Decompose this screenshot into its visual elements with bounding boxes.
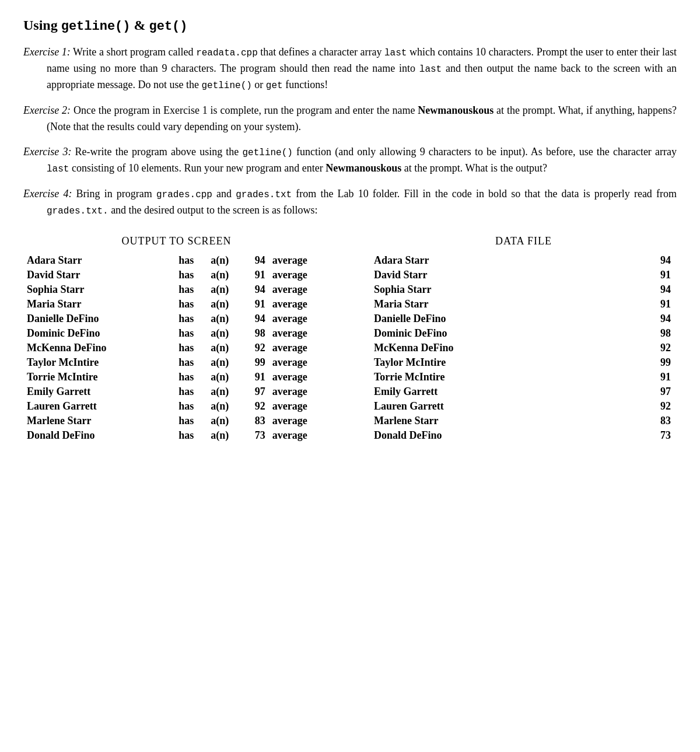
output-name: Maria Starr xyxy=(23,297,175,312)
title-code1: getline() xyxy=(61,19,131,34)
output-grade: 91 xyxy=(243,370,268,384)
datafile-table-row: Torrie McIntire 91 xyxy=(370,370,677,384)
output-grade: 91 xyxy=(243,268,268,282)
output-table-row: Danielle DeFino has a(n) 94 average xyxy=(23,312,330,326)
output-name: Danielle DeFino xyxy=(23,312,175,326)
ex4-code3: grades.txt. xyxy=(47,206,108,216)
output-name: Taylor McIntire xyxy=(23,355,175,370)
output-name: Dominic DeFino xyxy=(23,326,175,341)
output-table-row: Sophia Starr has a(n) 94 average xyxy=(23,282,330,297)
datafile-name: Adara Starr xyxy=(370,253,632,268)
output-has: has xyxy=(175,384,207,399)
output-table-row: Torrie McIntire has a(n) 91 average xyxy=(23,370,330,384)
datafile-name: Torrie McIntire xyxy=(370,370,632,384)
ex3-code1: getline() xyxy=(242,148,292,158)
datafile-table-row: Sophia Starr 94 xyxy=(370,282,677,297)
datafile-grade: 92 xyxy=(632,341,677,355)
output-table-row: Lauren Garrett has a(n) 92 average xyxy=(23,399,330,414)
data-file-section: DATA FILE Adara Starr 94 David Starr 91 … xyxy=(359,235,677,443)
output-grade: 83 xyxy=(243,414,268,428)
datafile-name: Taylor McIntire xyxy=(370,355,632,370)
datafile-name: Danielle DeFino xyxy=(370,312,632,326)
datafile-name: Dominic DeFino xyxy=(370,326,632,341)
output-has: has xyxy=(175,341,207,355)
datafile-table-row: McKenna DeFino 92 xyxy=(370,341,677,355)
output-an: a(n) xyxy=(207,312,243,326)
output-name: Donald DeFino xyxy=(23,428,175,443)
output-has: has xyxy=(175,355,207,370)
output-an: a(n) xyxy=(207,326,243,341)
ex3-code2: last xyxy=(47,164,69,174)
ex1-code5: get xyxy=(266,81,283,91)
exercise-2: Exercise 2: Once the program in Exercise… xyxy=(23,103,677,135)
datafile-table-row: Maria Starr 91 xyxy=(370,297,677,312)
page-title: Using getline() & get() xyxy=(23,18,677,34)
output-has: has xyxy=(175,414,207,428)
datafile-name: Lauren Garrett xyxy=(370,399,632,414)
output-table-header: OUTPUT TO SCREEN xyxy=(23,235,330,247)
exercise-2-text: Exercise 2: Once the program in Exercise… xyxy=(23,103,677,135)
output-avg: average xyxy=(269,268,330,282)
output-name: Adara Starr xyxy=(23,253,175,268)
output-avg: average xyxy=(269,414,330,428)
exercise-3: Exercise 3: Re-write the program above u… xyxy=(23,144,677,177)
output-name: McKenna DeFino xyxy=(23,341,175,355)
output-name: Torrie McIntire xyxy=(23,370,175,384)
datafile-table-row: David Starr 91 xyxy=(370,268,677,282)
output-table-row: Donald DeFino has a(n) 73 average xyxy=(23,428,330,443)
datafile-grade: 91 xyxy=(632,370,677,384)
datafile-grade: 91 xyxy=(632,297,677,312)
ex1-code2: last xyxy=(384,48,407,58)
output-table-row: Adara Starr has a(n) 94 average xyxy=(23,253,330,268)
output-table-section: OUTPUT TO SCREEN Adara Starr has a(n) 94… xyxy=(23,235,341,443)
output-grade: 94 xyxy=(243,282,268,297)
datafile-table-row: Adara Starr 94 xyxy=(370,253,677,268)
output-has: has xyxy=(175,326,207,341)
output-has: has xyxy=(175,297,207,312)
output-an: a(n) xyxy=(207,341,243,355)
datafile-grade: 94 xyxy=(632,312,677,326)
ex4-code2: grades.txt xyxy=(236,190,292,200)
output-table-row: Emily Garrett has a(n) 97 average xyxy=(23,384,330,399)
exercise-1-text: Exercise 1: Write a short program called… xyxy=(23,44,677,93)
output-has: has xyxy=(175,253,207,268)
output-has: has xyxy=(175,282,207,297)
output-avg: average xyxy=(269,370,330,384)
output-name: David Starr xyxy=(23,268,175,282)
output-table-row: McKenna DeFino has a(n) 92 average xyxy=(23,341,330,355)
datafile-grade: 92 xyxy=(632,399,677,414)
ex3-bold-name: Newmanouskous xyxy=(326,162,401,174)
datafile-name: David Starr xyxy=(370,268,632,282)
output-an: a(n) xyxy=(207,297,243,312)
output-table-row: Dominic DeFino has a(n) 98 average xyxy=(23,326,330,341)
output-has: has xyxy=(175,312,207,326)
output-table-row: David Starr has a(n) 91 average xyxy=(23,268,330,282)
datafile-name: Maria Starr xyxy=(370,297,632,312)
datafile-grade: 91 xyxy=(632,268,677,282)
datafile-table-row: Danielle DeFino 94 xyxy=(370,312,677,326)
output-name: Emily Garrett xyxy=(23,384,175,399)
datafile-grade: 97 xyxy=(632,384,677,399)
ex4-code1: grades.cpp xyxy=(156,190,212,200)
datafile-grade: 94 xyxy=(632,282,677,297)
output-an: a(n) xyxy=(207,355,243,370)
output-an: a(n) xyxy=(207,384,243,399)
output-an: a(n) xyxy=(207,268,243,282)
datafile-name: Sophia Starr xyxy=(370,282,632,297)
ex1-code3: last xyxy=(419,64,442,75)
output-grade: 92 xyxy=(243,399,268,414)
exercise-3-label: Exercise 3: xyxy=(23,146,71,158)
exercise-4: Exercise 4: Bring in program grades.cpp … xyxy=(23,186,677,219)
datafile-table-row: Dominic DeFino 98 xyxy=(370,326,677,341)
datafile-grade: 83 xyxy=(632,414,677,428)
data-file-header: DATA FILE xyxy=(370,235,677,247)
exercise-3-text: Exercise 3: Re-write the program above u… xyxy=(23,144,677,177)
tables-wrapper: OUTPUT TO SCREEN Adara Starr has a(n) 94… xyxy=(23,235,677,443)
datafile-grade: 94 xyxy=(632,253,677,268)
output-has: has xyxy=(175,399,207,414)
exercise-4-text: Exercise 4: Bring in program grades.cpp … xyxy=(23,186,677,219)
output-avg: average xyxy=(269,282,330,297)
output-an: a(n) xyxy=(207,399,243,414)
table-divider xyxy=(341,235,359,443)
output-grade: 92 xyxy=(243,341,268,355)
